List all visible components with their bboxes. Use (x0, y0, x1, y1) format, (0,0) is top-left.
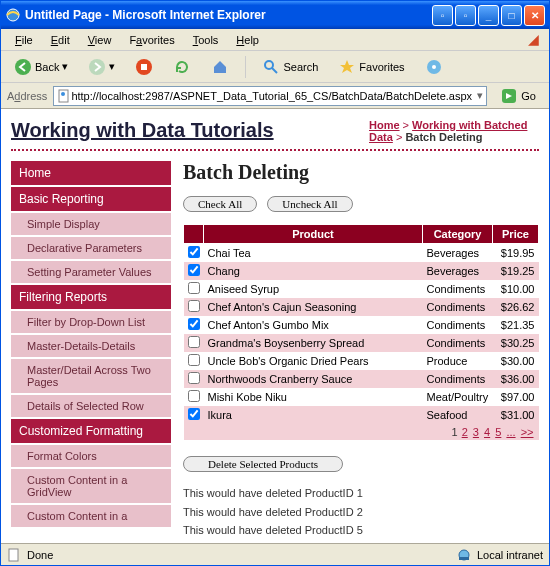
row-checkbox[interactable] (188, 390, 200, 402)
table-row: Northwoods Cranberry SauceCondiments$36.… (184, 370, 539, 388)
row-checkbox[interactable] (188, 318, 200, 330)
cell-price: $19.25 (493, 262, 539, 280)
menu-favorites[interactable]: Favorites (121, 32, 182, 48)
cell-category: Produce (423, 352, 493, 370)
svg-rect-6 (141, 64, 147, 70)
pager-page[interactable]: 3 (473, 426, 479, 438)
svg-point-10 (432, 65, 436, 69)
search-button[interactable]: Search (255, 54, 325, 80)
pager-current: 1 (451, 426, 457, 438)
sidebar-item[interactable]: Custom Content in a (11, 505, 171, 529)
col-product: Product (204, 225, 423, 244)
uncheck-all-button[interactable]: Uncheck All (267, 196, 352, 212)
status-text: Done (27, 549, 53, 561)
search-icon (262, 58, 280, 76)
home-button[interactable] (204, 54, 236, 80)
cell-product: Aniseed Syrup (204, 280, 423, 298)
zone-text: Local intranet (477, 549, 543, 561)
check-all-button[interactable]: Check All (183, 196, 257, 212)
sidebar-item[interactable]: Master/Detail Across Two Pages (11, 359, 171, 395)
cell-product: Mishi Kobe Niku (204, 388, 423, 406)
cell-product: Uncle Bob's Organic Dried Pears (204, 352, 423, 370)
table-row: ChangBeverages$19.25 (184, 262, 539, 280)
row-checkbox[interactable] (188, 336, 200, 348)
result-line: This would have deleted ProductID 2 (183, 503, 539, 522)
svg-rect-16 (459, 557, 469, 560)
col-category: Category (423, 225, 493, 244)
sidebar-item[interactable]: Home (11, 161, 171, 187)
sidebar-item[interactable]: Filter by Drop-Down List (11, 311, 171, 335)
cell-price: $30.25 (493, 334, 539, 352)
dropdown-icon[interactable]: ▾ (477, 89, 483, 102)
media-button[interactable] (418, 54, 450, 80)
pager-page[interactable]: 4 (484, 426, 490, 438)
go-icon (500, 87, 518, 105)
titlebar: Untitled Page - Microsoft Internet Explo… (1, 1, 549, 29)
cell-price: $21.35 (493, 316, 539, 334)
address-input-wrap[interactable]: ▾ (53, 86, 487, 106)
restore2-button[interactable]: ▫ (455, 5, 476, 26)
cell-product: Chang (204, 262, 423, 280)
cell-category: Condiments (423, 298, 493, 316)
go-button[interactable]: Go (493, 84, 543, 108)
sidebar-item[interactable]: Filtering Reports (11, 285, 171, 311)
table-row: Uncle Bob's Organic Dried PearsProduce$3… (184, 352, 539, 370)
sidebar-item[interactable]: Master-Details-Details (11, 335, 171, 359)
cell-category: Condiments (423, 334, 493, 352)
back-button[interactable]: Back ▾ (7, 54, 75, 80)
main: Batch Deleting Check All Uncheck All Pro… (183, 161, 539, 543)
done-icon (7, 548, 21, 562)
stop-button[interactable] (128, 54, 160, 80)
sidebar-item[interactable]: Details of Selected Row (11, 395, 171, 419)
dropdown-icon: ▾ (109, 60, 115, 73)
forward-button[interactable]: ▾ (81, 54, 122, 80)
menu-file[interactable]: File (7, 32, 41, 48)
sidebar-item[interactable]: Basic Reporting (11, 187, 171, 213)
cell-price: $36.00 (493, 370, 539, 388)
row-checkbox[interactable] (188, 246, 200, 258)
menu-view[interactable]: View (80, 32, 120, 48)
sidebar-item[interactable]: Simple Display (11, 213, 171, 237)
cell-price: $31.00 (493, 406, 539, 424)
sidebar-item[interactable]: Format Colors (11, 445, 171, 469)
row-checkbox[interactable] (188, 372, 200, 384)
refresh-icon (173, 58, 191, 76)
row-checkbox[interactable] (188, 354, 200, 366)
sidebar-item[interactable]: Customized Formatting (11, 419, 171, 445)
menu-help[interactable]: Help (228, 32, 267, 48)
viewport[interactable]: Working with Data Tutorials Home > Worki… (1, 109, 549, 543)
maximize-button[interactable]: □ (501, 5, 522, 26)
close-button[interactable]: ✕ (524, 5, 545, 26)
stop-icon (135, 58, 153, 76)
sidebar-item[interactable]: Setting Parameter Values (11, 261, 171, 285)
refresh-button[interactable] (166, 54, 198, 80)
menu-edit[interactable]: Edit (43, 32, 78, 48)
row-checkbox[interactable] (188, 264, 200, 276)
row-checkbox[interactable] (188, 408, 200, 420)
products-grid: Product Category Price Chai TeaBeverages… (183, 224, 539, 440)
menu-tools[interactable]: Tools (185, 32, 227, 48)
table-row: Grandma's Boysenberry SpreadCondiments$3… (184, 334, 539, 352)
pager-next[interactable]: >> (521, 426, 534, 438)
sidebar-item[interactable]: Declarative Parameters (11, 237, 171, 261)
pager-ellipsis[interactable]: ... (506, 426, 515, 438)
delete-selected-button[interactable]: Delete Selected Products (183, 456, 343, 472)
row-checkbox[interactable] (188, 300, 200, 312)
address-input[interactable] (71, 90, 477, 102)
sidebar-item[interactable]: Custom Content in a GridView (11, 469, 171, 505)
restore1-button[interactable]: ▫ (432, 5, 453, 26)
statusbar: Done Local intranet (1, 543, 549, 565)
cell-price: $30.00 (493, 352, 539, 370)
pager-page[interactable]: 2 (462, 426, 468, 438)
svg-point-12 (61, 92, 65, 96)
favorites-button[interactable]: Favorites (331, 54, 411, 80)
breadcrumb-home[interactable]: Home (369, 119, 400, 131)
dropdown-icon: ▾ (62, 60, 68, 73)
result-line: This would have deleted ProductID 1 (183, 484, 539, 503)
row-checkbox[interactable] (188, 282, 200, 294)
cell-product: Chef Anton's Gumbo Mix (204, 316, 423, 334)
minimize-button[interactable]: _ (478, 5, 499, 26)
cell-price: $26.62 (493, 298, 539, 316)
pager-page[interactable]: 5 (495, 426, 501, 438)
ie-logo: ◢ (523, 30, 543, 50)
